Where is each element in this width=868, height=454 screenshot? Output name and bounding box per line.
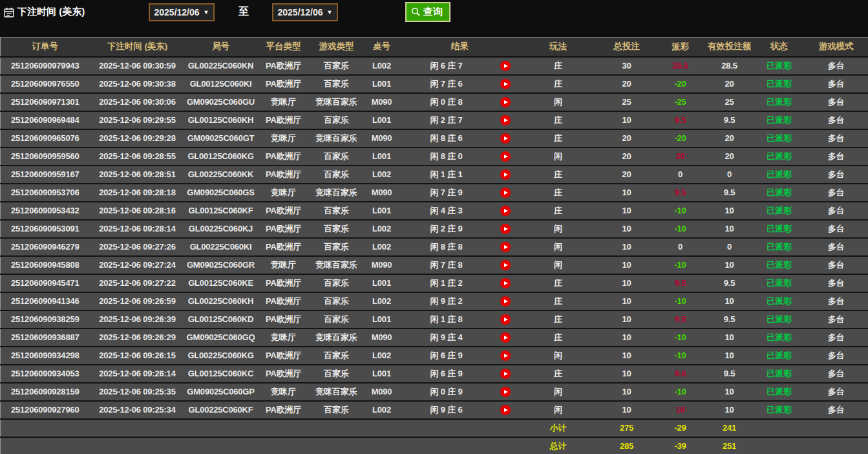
play-type-cell: 闲 <box>519 93 598 111</box>
play-icon <box>504 245 508 249</box>
game-mode-cell: 多台 <box>805 256 868 274</box>
result-cell: 闲 9 庄 2 <box>401 292 492 310</box>
platform-cell: PA欧洲厅 <box>257 401 311 419</box>
replay-button[interactable] <box>500 260 511 270</box>
col-play-type: 玩法 <box>519 38 598 57</box>
valid-bet-cell: 10 <box>705 329 754 347</box>
table-row: 251206090953432 2025-12-06 09:28:16 GL00… <box>1 202 868 220</box>
replay-button[interactable] <box>500 151 511 162</box>
bet-time-cell: 2025-12-06 09:30:06 <box>90 93 185 111</box>
round-id-cell: GL00125C060KE <box>185 274 257 292</box>
replay-button[interactable] <box>500 405 511 415</box>
replay-button[interactable] <box>500 387 511 397</box>
bet-time-cell: 2025-12-06 09:25:34 <box>90 401 185 419</box>
col-game-type: 游戏类型 <box>311 38 363 57</box>
game-type-cell: 百家乐 <box>311 347 363 365</box>
replay-button[interactable] <box>500 169 511 180</box>
platform-cell: PA欧洲厅 <box>257 274 311 292</box>
payout-cell: -10 <box>656 292 705 310</box>
replay-button[interactable] <box>500 296 511 307</box>
game-type-cell: 百家乐 <box>311 274 363 292</box>
platform-cell: 竞咪厅 <box>257 184 311 202</box>
play-icon <box>504 227 508 231</box>
bet-time-cell: 2025-12-06 09:26:15 <box>90 347 185 365</box>
valid-bet-cell: 9.5 <box>705 184 754 202</box>
order-id-cell: 251206090953432 <box>1 202 90 220</box>
replay-button[interactable] <box>500 97 511 107</box>
subtotal-total-bet: 275 <box>598 419 656 437</box>
replay-button[interactable] <box>500 314 511 325</box>
valid-bet-cell: 9.5 <box>705 310 754 329</box>
col-status: 状态 <box>754 38 805 57</box>
replay-button[interactable] <box>500 133 511 144</box>
result-cell: 闲 9 庄 4 <box>401 329 492 347</box>
date-from-value: 2025/12/06 <box>154 7 200 17</box>
round-id-cell: GM09025C060GS <box>185 184 257 202</box>
bet-time-cell: 2025-12-06 09:28:14 <box>90 220 185 238</box>
game-type-cell: 百家乐 <box>311 166 363 184</box>
total-bet-cell: 25 <box>598 93 656 111</box>
payout-cell: 10 <box>656 401 705 419</box>
table-no-cell: M090 <box>363 383 401 401</box>
replay-button[interactable] <box>500 332 511 343</box>
replay-button[interactable] <box>500 224 511 234</box>
replay-button[interactable] <box>500 278 511 288</box>
game-mode-cell: 多台 <box>805 129 868 147</box>
total-row: 总计 285 -39 251 <box>1 437 868 454</box>
chevron-down-icon: ▼ <box>204 9 209 16</box>
order-id-cell: 251206090965076 <box>1 129 90 147</box>
col-table-no: 桌号 <box>363 38 401 57</box>
total-bet-cell: 20 <box>598 129 656 147</box>
subtotal-label: 小计 <box>519 419 598 437</box>
replay-cell <box>492 202 519 220</box>
table-row: 251206090938259 2025-12-06 09:26:39 GL00… <box>1 310 868 329</box>
game-mode-cell: 多台 <box>805 274 868 292</box>
replay-button[interactable] <box>500 242 511 252</box>
platform-cell: PA欧洲厅 <box>257 310 311 329</box>
play-icon <box>504 100 508 104</box>
date-from-select[interactable]: 2025/12/06 ▼ <box>149 3 215 21</box>
search-button[interactable]: 查询 <box>405 2 450 22</box>
play-type-cell: 庄 <box>519 166 598 184</box>
valid-bet-cell: 10 <box>705 347 754 365</box>
col-platform: 平台类型 <box>257 38 311 57</box>
result-cell: 闲 8 庄 0 <box>401 147 492 166</box>
date-to-select[interactable]: 2025/12/06 ▼ <box>272 3 338 21</box>
replay-button[interactable] <box>500 369 511 379</box>
payout-cell: 9.5 <box>656 365 705 383</box>
status-cell: 已派彩 <box>754 256 805 274</box>
replay-button[interactable] <box>500 79 511 89</box>
replay-cell <box>492 111 519 129</box>
platform-cell: PA欧洲厅 <box>257 220 311 238</box>
replay-button[interactable] <box>500 188 511 198</box>
game-mode-cell: 多台 <box>805 365 868 383</box>
replay-cell <box>492 347 519 365</box>
to-label: 至 <box>238 5 249 19</box>
replay-button[interactable] <box>500 206 511 216</box>
play-type-cell: 庄 <box>519 111 598 129</box>
replay-button[interactable] <box>500 61 511 71</box>
page-title-label: 下注时间 (美东) <box>17 6 85 18</box>
table-no-cell: L002 <box>363 401 401 419</box>
round-id-cell: GL00225C060KK <box>185 166 257 184</box>
replay-button[interactable] <box>500 351 511 361</box>
valid-bet-cell: 10 <box>705 383 754 401</box>
platform-cell: 竞咪厅 <box>257 129 311 147</box>
platform-cell: 竞咪厅 <box>257 93 311 111</box>
replay-button[interactable] <box>500 115 511 125</box>
table-no-cell: L002 <box>363 57 401 75</box>
table-row: 251206090965076 2025-12-06 09:29:28 GM09… <box>1 129 868 147</box>
status-cell: 已派彩 <box>754 347 805 365</box>
replay-cell <box>492 166 519 184</box>
play-icon <box>504 281 508 285</box>
payout-cell: 9.5 <box>656 111 705 129</box>
game-mode-cell: 多台 <box>805 238 868 256</box>
total-bet-cell: 20 <box>598 166 656 184</box>
game-type-cell: 百家乐 <box>311 310 363 329</box>
game-mode-cell: 多台 <box>805 147 868 166</box>
total-bet-cell: 10 <box>598 274 656 292</box>
status-cell: 已派彩 <box>754 365 805 383</box>
table-no-cell: L001 <box>363 274 401 292</box>
bet-time-cell: 2025-12-06 09:26:29 <box>90 329 185 347</box>
total-bet-cell: 10 <box>598 365 656 383</box>
